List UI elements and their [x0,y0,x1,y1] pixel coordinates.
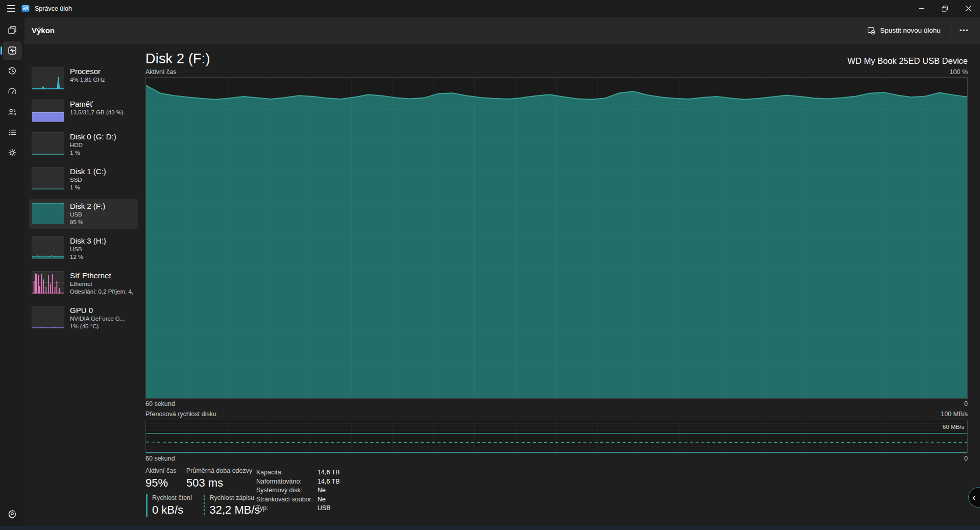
sidebar-item-memory[interactable]: Paměť13,5/31,7 GB (43 %) [29,97,138,125]
settings-button[interactable] [3,504,22,523]
disk0-labels: Disk 0 (G: D:)HDD1 % [70,132,135,157]
disk3-line-1: 12 % [70,253,135,261]
transfer-rate-ymax: 100 MB/s [941,411,968,418]
navigation-menu-button[interactable] [2,0,20,17]
details-icon [7,127,17,137]
cpu-labels: Procesor4% 1,81 GHz [70,67,135,84]
page-title: Výkon [32,26,55,35]
ellipsis-icon: ••• [960,27,969,34]
sidebar-item-gpu[interactable]: GPU 0NVIDIA GeForce G...1% (45 °C) [29,303,138,333]
gpu-line-1: 1% (45 °C) [70,323,135,330]
gpu-line-0: NVIDIA GeForce G... [70,315,135,323]
restore-button[interactable] [933,0,957,17]
task-manager-window: Správce úloh [0,0,980,530]
stat-value: 95% [145,476,186,490]
processes-icon [7,25,17,35]
detail-value: Ne [317,487,340,494]
restore-icon [942,6,948,12]
performance-icon [7,45,17,56]
detail-label: Naformátováno: [256,478,317,485]
navigation-rail [0,17,24,526]
stat-label: Rychlost zápisu [210,494,260,502]
disk1-line-0: SSD [70,176,135,184]
ethernet-labels: Síť EthernetEthernetOdesílání: 0,2 Příje… [70,271,135,296]
rail-item-services[interactable] [3,143,22,162]
disk3-mini-chart [32,236,64,259]
disk1-labels: Disk 1 (C:)SSD1 % [70,167,135,191]
active-time-ymax: 100 % [950,68,968,76]
taskbar-edge [0,526,980,530]
disk3-line-0: USB [70,246,135,253]
cpu-mini-chart [32,67,64,89]
sidebar-item-cpu[interactable]: Procesor4% 1,81 GHz [29,64,138,92]
stat-value: 32,2 MB/s [210,503,260,517]
chevron-left-icon: ‹ [972,492,975,503]
close-button[interactable] [957,0,980,17]
disk1-title: Disk 1 (C:) [70,167,135,176]
memory-line-0: 13,5/31,7 GB (43 %) [70,109,135,116]
disk-details: Kapacita:14,6 TBNaformátováno:14,6 TBSys… [256,469,340,512]
run-new-task-button[interactable]: Spustit novou úlohu [861,22,947,39]
disk-stats: Aktivní čas95%Průměrná doba odezvy503 ms… [145,467,968,520]
content-panel: Výkon Spustit novou úlohu ••• Proces [24,17,980,526]
rail-item-processes[interactable] [3,21,22,39]
detail-label: Kapacita: [256,469,317,476]
detail-value: Ne [317,496,340,503]
detail-value: 14,6 TB [317,469,340,476]
disk0-line-0: HDD [70,141,135,149]
disk1-line-1: 1 % [70,184,135,191]
app-title: Správce úloh [35,5,72,12]
detail-value: USB [317,504,340,512]
startup-apps-icon [7,86,17,97]
settings-gear-icon [7,509,17,519]
ethernet-line-1: Odesílání: 0,2 Příjem: 4, [70,288,135,296]
device-name: WD My Book 25ED USB Device [847,56,968,67]
sidebar-item-disk0[interactable]: Disk 0 (G: D:)HDD1 % [29,130,138,159]
disk0-mini-chart [32,132,64,155]
disk3-labels: Disk 3 (H:)USB12 % [70,236,135,261]
disk2-labels: Disk 2 (F:)USB95 % [70,202,135,226]
stat-rychlost-ten-: Rychlost čtení0 kB/s [146,494,192,517]
ethernet-line-0: Ethernet [70,280,135,288]
sidebar-item-disk3[interactable]: Disk 3 (H:)USB12 % [29,234,138,263]
rail-item-startup-apps[interactable] [3,82,22,101]
rail-item-app-history[interactable] [3,62,22,80]
memory-mini-chart [32,100,64,122]
detail-label: Systémový disk: [256,487,317,494]
stat-pr-m-rn-doba-odezvy: Průměrná doba odezvy503 ms [186,467,252,490]
sidebar-item-ethernet[interactable]: Síť EthernetEthernetOdesílání: 0,2 Příje… [29,269,138,298]
header-divider [950,25,950,37]
transfer-rate-label: Přenosová rychlost disku [145,411,216,418]
rail-item-users[interactable] [3,103,22,121]
disk2-mini-chart [32,202,64,224]
app-history-icon [7,66,17,76]
cpu-line-0: 4% 1,81 GHz [70,76,135,84]
sidebar-item-disk2[interactable]: Disk 2 (F:)USB95 % [29,199,138,229]
disk-detail-pane: Disk 2 (F:) WD My Book 25ED USB Device A… [145,44,968,526]
task-manager-app-icon [21,5,30,13]
transfer-rate-chart: 60 MB/s [145,420,968,453]
page-header: Výkon Spustit novou úlohu ••• [24,17,980,44]
detail-label: Stránkovací soubor: [256,496,317,503]
active-time-xleft: 60 sekund [145,400,175,407]
detail-label: Typ: [256,504,317,512]
run-new-task-label: Spustit novou úlohu [880,27,941,34]
gpu-title: GPU 0 [70,306,135,315]
gpu-labels: GPU 0NVIDIA GeForce G...1% (45 °C) [70,306,135,330]
minimize-icon [919,6,924,11]
stat-rychlost-z-pisu: Rychlost zápisu32,2 MB/s [204,494,260,517]
disk-title: Disk 2 (F:) [145,51,210,67]
more-options-button[interactable]: ••• [953,22,975,38]
cpu-title: Procesor [70,67,135,76]
stat-value: 0 kB/s [152,503,192,517]
disk1-mini-chart [32,167,64,189]
transfer-xright: 0 [964,455,968,462]
stat-label: Aktivní čas [145,467,186,475]
disk3-title: Disk 3 (H:) [70,236,135,246]
window-controls [910,0,980,17]
rail-item-details[interactable] [3,123,22,141]
minimize-button[interactable] [910,0,933,17]
sidebar-item-disk1[interactable]: Disk 1 (C:)SSD1 % [29,164,138,194]
active-time-xright: 0 [964,400,968,407]
rail-item-performance[interactable] [3,41,22,60]
